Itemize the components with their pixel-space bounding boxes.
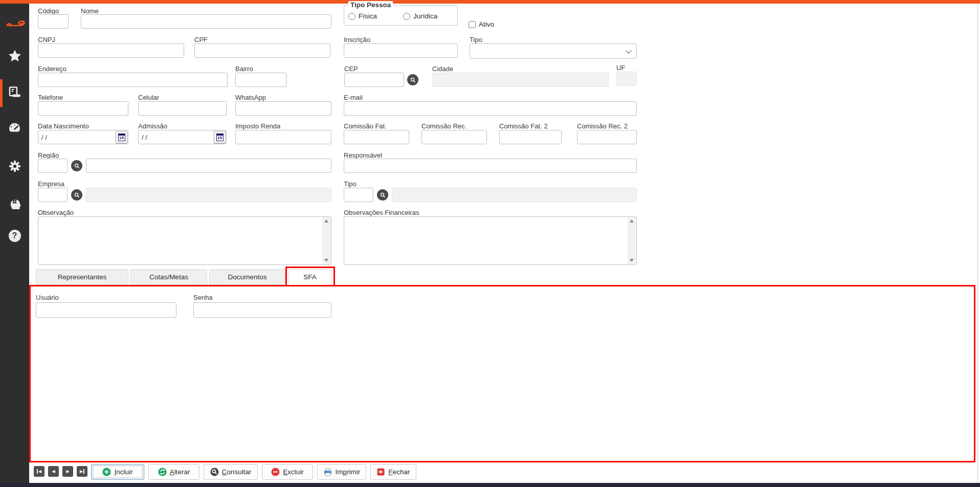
calendar-icon: 15 (216, 134, 224, 141)
tipo-pessoa-legend: Tipo Pessoa (348, 1, 393, 9)
ativo-checkbox[interactable] (469, 21, 476, 28)
tab-sfa[interactable]: SFA (288, 269, 331, 285)
cnpj-label: CNPJ (38, 36, 55, 43)
fechar-button[interactable]: Fechar (370, 464, 416, 480)
comissao-rec2-input[interactable] (577, 130, 637, 144)
endereco-label: Endereço (38, 65, 66, 73)
empresa-label: Empresa (38, 180, 64, 188)
endereco-input[interactable] (38, 73, 228, 87)
admissao-calendar-button[interactable]: 15 (214, 131, 226, 143)
inscricao-label: Inscrição (344, 36, 370, 43)
radio-juridica[interactable]: Jurídica (403, 12, 437, 20)
juridica-radio[interactable] (403, 13, 410, 20)
data-nascimento-input[interactable] (38, 130, 128, 144)
codigo-input[interactable] (38, 14, 69, 29)
incluir-button[interactable]: Incluir (91, 464, 144, 480)
usuario-input[interactable] (36, 302, 176, 318)
radio-fisica[interactable]: Física (348, 12, 377, 20)
tipo-search-button[interactable] (377, 189, 388, 201)
tipo-select[interactable] (470, 43, 637, 59)
imposto-renda-input[interactable] (235, 130, 331, 144)
imprimir-button[interactable]: Imprimir (317, 464, 366, 480)
form-register-icon (8, 86, 21, 99)
scroll-up-icon (630, 219, 634, 223)
incluir-label: Incluir (114, 468, 132, 476)
obs-financeiras-textarea-wrap (344, 216, 637, 265)
alterar-button[interactable]: Alterar (148, 464, 199, 480)
obs-financeiras-textarea[interactable] (345, 217, 627, 264)
sidebar: ? (0, 4, 29, 483)
obs-financeiras-scrollbar[interactable] (628, 217, 636, 264)
nav-prev-button[interactable]: ◀ (48, 466, 59, 477)
bairro-input[interactable] (235, 73, 286, 87)
consultar-button[interactable]: Consultar (204, 464, 258, 480)
comissao-rec-label: Comissão Rec. (421, 122, 466, 130)
tab-representantes[interactable]: Representantes (36, 269, 128, 285)
app-window: ? Código Nome Tipo Pessoa Física Jurídic… (0, 0, 980, 487)
cnpj-input[interactable] (38, 43, 184, 58)
responsavel-label: Responsável (344, 151, 382, 159)
fisica-radio[interactable] (348, 13, 355, 20)
whatsapp-label: WhatsApp (235, 94, 266, 101)
sidebar-item-settings[interactable] (0, 153, 29, 180)
tipo-select-label: Tipo (470, 36, 482, 43)
plus-circle-icon (102, 468, 111, 476)
comissao-rec-input[interactable] (421, 130, 487, 144)
comissao-fat2-input[interactable] (499, 130, 562, 144)
tab-cotas-metas[interactable]: Cotas/Metas (130, 269, 207, 285)
data-nascimento-calendar-button[interactable]: 15 (116, 131, 127, 143)
excluir-button[interactable]: Excluir (262, 464, 313, 480)
tipo-codigo-input[interactable] (344, 188, 373, 202)
regiao-codigo-input[interactable] (38, 159, 68, 173)
regiao-search-button[interactable] (71, 160, 82, 171)
observacao-label: Observação (38, 209, 74, 216)
inscricao-input[interactable] (344, 43, 458, 58)
minus-circle-icon (271, 468, 280, 476)
cep-input[interactable] (344, 73, 404, 87)
last-record-icon (83, 469, 84, 474)
scroll-down-icon (630, 259, 634, 262)
gauge-icon (8, 122, 21, 135)
consultar-label: Consultar (222, 468, 252, 476)
calendar-icon: 15 (118, 134, 125, 141)
nome-input[interactable] (81, 14, 331, 29)
ativo-label: Ativo (479, 20, 494, 28)
cep-search-button[interactable] (407, 74, 418, 85)
sidebar-item-help[interactable]: ? (0, 223, 29, 249)
search-circle-icon (210, 468, 219, 476)
observacao-textarea-wrap (38, 216, 331, 265)
empresa-search-button[interactable] (71, 189, 82, 201)
printer-icon (323, 468, 332, 477)
sidebar-item-assistant[interactable] (0, 189, 29, 215)
codigo-label: Código (38, 7, 59, 15)
next-record-icon: ▶ (66, 469, 69, 474)
cpf-input[interactable] (194, 43, 330, 58)
nav-last-button[interactable]: ▶ (77, 466, 87, 477)
whatsapp-input[interactable] (235, 101, 331, 116)
tab-documentos[interactable]: Documentos (209, 269, 285, 285)
empresa-codigo-input[interactable] (38, 188, 68, 202)
regiao-descricao-input[interactable] (86, 159, 331, 173)
cep-label: CEP (344, 65, 358, 73)
senha-input[interactable] (193, 302, 331, 318)
sidebar-item-favorites[interactable] (0, 42, 29, 69)
nav-first-button[interactable]: ◀ (34, 466, 44, 477)
celular-input[interactable] (138, 101, 227, 116)
email-input[interactable] (344, 101, 637, 116)
excluir-label: Excluir (283, 468, 304, 476)
help-icon: ? (9, 230, 21, 242)
sidebar-item-cadastro[interactable] (0, 79, 29, 106)
celular-label: Celular (138, 94, 159, 101)
ativo-checkbox-row[interactable]: Ativo (469, 20, 494, 28)
comissao-fat-input[interactable] (344, 130, 409, 144)
responsavel-input[interactable] (344, 159, 637, 173)
nav-next-button[interactable]: ▶ (62, 466, 73, 477)
sidebar-item-dashboard[interactable] (0, 115, 29, 142)
regiao-label: Região (38, 151, 59, 159)
observacao-scrollbar[interactable] (322, 217, 330, 264)
tipo-descricao-input (392, 188, 637, 202)
observacao-textarea[interactable] (39, 217, 322, 264)
head-gear-icon (8, 195, 21, 209)
telefone-input[interactable] (38, 101, 128, 116)
chevron-down-icon (626, 48, 631, 53)
